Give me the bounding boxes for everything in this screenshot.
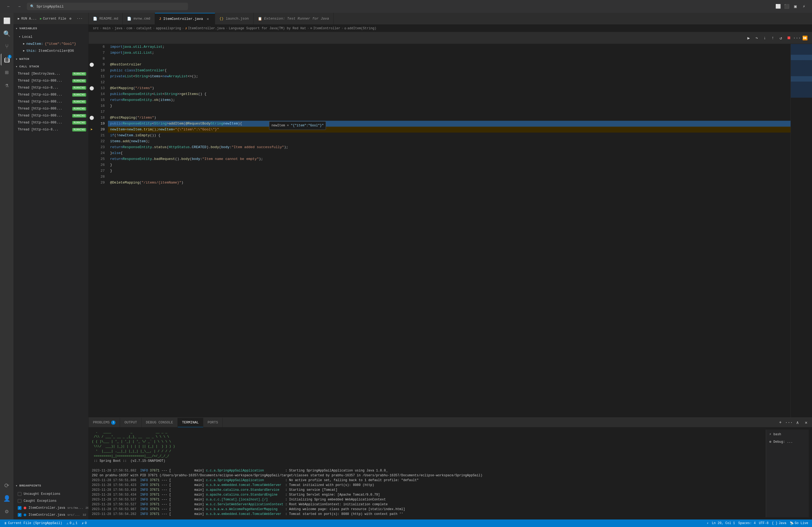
bc-com[interactable]: com	[127, 27, 132, 30]
thread-1-status: RUNNING	[72, 79, 86, 82]
term-line-5: 2023-11-28 17:56:53.433 INFO 37671 --- […	[92, 487, 766, 492]
status-debug[interactable]: ⏸ Current File (SpringAppSail)	[2, 520, 64, 527]
bc-class[interactable]: ItemController	[313, 27, 340, 30]
tab-ports[interactable]: PORTS	[203, 418, 222, 427]
tab-readme[interactable]: 📄 README.md	[89, 13, 123, 25]
tab-terminal[interactable]: TERMINAL	[178, 418, 203, 427]
thread-8[interactable]: Thread [http-nio-8... RUNNING	[13, 126, 88, 133]
bc-file[interactable]: ItemController.java	[188, 27, 225, 30]
search-bar[interactable]: 🔍 SpringAppSail	[27, 3, 188, 10]
breakpoints-header[interactable]: ▾ BREAKPOINTS	[13, 482, 88, 490]
thread-0[interactable]: Thread [DestroyJava... RUNNING	[13, 70, 88, 77]
extensions-icon[interactable]: ⊞	[1, 66, 13, 78]
sidebar-icon[interactable]: ▣	[792, 3, 799, 10]
term-line-10: 2023-11-28 17:56:54.282 INFO 37671 --- […	[92, 512, 766, 516]
bc-appsailspring[interactable]: appsailspring	[156, 27, 181, 30]
watch-chevron: ▾	[16, 57, 18, 61]
terminal-main[interactable]: . ____ _ __ _ _ /\\ / ___'_ __ _ _(_)_ _…	[92, 430, 766, 517]
back-button[interactable]: ←	[4, 2, 13, 11]
test-icon[interactable]: ⚗	[1, 79, 13, 91]
tab-launch-json[interactable]: {} launch.json	[215, 13, 253, 25]
bc-catalyst[interactable]: catalyst	[136, 27, 152, 30]
step-out-btn[interactable]: ↑	[769, 34, 777, 42]
bc-java[interactable]: java	[115, 27, 122, 30]
thread-1[interactable]: Thread [http-nio-808... RUNNING	[13, 77, 88, 84]
thread-9[interactable]: Thread [http-nio-808. RUNNING	[13, 133, 88, 135]
tab-ext-test-runner[interactable]: 📋 Extension: Test Runner for Java	[253, 13, 334, 25]
bp-uncaught[interactable]: Uncaught Exceptions	[13, 491, 88, 497]
step-over-btn[interactable]: ↷	[753, 34, 760, 42]
fast-forward-btn[interactable]: ⏩	[801, 34, 809, 42]
thread-3[interactable]: Thread [http-nio-808... RUNNING	[13, 91, 88, 98]
thread-6[interactable]: Thread [http-nio-808... RUNNING	[13, 112, 88, 119]
bp-item-controller-32[interactable]: ✓ ItemController.java src/... 32	[13, 511, 88, 518]
thread-5[interactable]: Thread [http-nio-808... RUNNING	[13, 105, 88, 112]
tab-mvnw[interactable]: 📄 mvnw.cmd	[123, 13, 155, 25]
bp-blue-dot	[24, 514, 26, 516]
bc-main[interactable]: main	[103, 27, 111, 30]
run-debug-button[interactable]: ▶ RUN A...	[16, 15, 39, 22]
debug-activity-icon[interactable]: 1	[1, 54, 13, 65]
bc-lang-support[interactable]: Language Support for Java(TM) by Red Hat	[229, 27, 306, 30]
status-encoding[interactable]: UTF-8	[757, 520, 770, 527]
play-icon: ▶	[40, 17, 42, 21]
remote-icon[interactable]: ⟳	[1, 480, 13, 492]
search-activity-icon[interactable]: 🔍	[1, 28, 13, 40]
var-this[interactable]: ▶ this: ItemController@36	[13, 47, 88, 54]
account-icon[interactable]: 👤	[1, 493, 13, 505]
bc-method[interactable]: addItem(String)	[347, 27, 376, 30]
bp-uncaught-checkbox[interactable]	[18, 492, 21, 496]
tab-debug-console[interactable]: DEBUG CONSOLE	[142, 418, 177, 427]
status-warnings[interactable]: ⚠ 0 △ 1	[65, 520, 79, 527]
activity-icon[interactable]: ⚡	[800, 3, 808, 10]
term-line-9: 2023-11-28 17:56:53.987 INFO 37671 --- […	[92, 507, 766, 512]
tab-output[interactable]: OUTPUT	[120, 418, 142, 427]
collapse-panel-btn[interactable]: ∧	[794, 419, 801, 426]
settings-debug-btn[interactable]: ⚙	[68, 15, 74, 22]
continue-btn[interactable]: ▶	[745, 34, 752, 42]
tab-item-controller[interactable]: J ItemController.java ✕	[155, 13, 215, 25]
thread-7[interactable]: Thread [http-nio-808... RUNNING	[13, 119, 88, 126]
call-stack-header[interactable]: ▾ CALL STACK	[13, 63, 88, 70]
terminal-debug[interactable]: ⚙ Debug: ...	[766, 438, 809, 446]
variables-header[interactable]: ▾ VARIABLES	[13, 25, 88, 32]
more-debug-btn[interactable]: ···	[75, 15, 85, 22]
step-into-btn[interactable]: ↓	[761, 34, 768, 42]
bc-src[interactable]: src	[93, 27, 99, 30]
bp-item-controller-20[interactable]: ✓ ItemController.java src/ma... 20	[13, 505, 88, 511]
close-panel-btn[interactable]: ✕	[802, 419, 810, 426]
bp-item-controller-20-checkbox[interactable]: ✓	[18, 506, 21, 510]
status-go-live[interactable]: 📡 Go Live	[788, 520, 810, 527]
layout-icon[interactable]: ⬜	[774, 3, 782, 10]
thread-4[interactable]: Thread [http-nio-808... RUNNING	[13, 98, 88, 105]
more-panel-btn[interactable]: ···	[785, 419, 793, 426]
settings-icon[interactable]: ⚙	[1, 506, 13, 517]
var-newitem[interactable]: ▶ newItem: {"item":"Gool"}	[13, 40, 88, 47]
code-content[interactable]: import java.util.ArrayList; import java.…	[108, 44, 791, 418]
local-scope[interactable]: ▾ Local	[13, 33, 88, 40]
restart-btn[interactable]: ↺	[777, 34, 785, 42]
tab-problems[interactable]: PROBLEMS 1	[89, 418, 120, 427]
item-controller-close[interactable]: ✕	[205, 16, 211, 22]
bp-caught-checkbox[interactable]	[18, 499, 21, 503]
bp-item-controller-32-checkbox[interactable]: ✓	[18, 513, 21, 517]
source-control-icon[interactable]: ⑂	[1, 41, 13, 52]
local-label: Local	[22, 35, 32, 39]
status-line-col[interactable]: Ln 20, Col 1	[710, 520, 737, 527]
thread-2[interactable]: Thread [http-nio-8... RUNNING	[13, 84, 88, 91]
forward-button[interactable]: →	[15, 2, 24, 11]
status-live[interactable]: ⚡	[705, 520, 710, 527]
status-spaces[interactable]: Spaces: 4	[737, 520, 757, 527]
watch-header[interactable]: ▾ WATCH	[13, 55, 88, 63]
status-lang[interactable]: { } Java	[770, 520, 788, 527]
status-errors[interactable]: ✗ 0	[80, 520, 88, 527]
terminal-bash[interactable]: ⚡ bash	[766, 431, 809, 438]
code-area[interactable]: ⚪ ⚪ ⚪ ➤	[89, 44, 812, 418]
gutter-6	[89, 44, 95, 50]
explorer-icon[interactable]: ⬜	[1, 15, 13, 27]
add-terminal-btn[interactable]: +	[777, 419, 784, 426]
stop-btn[interactable]: ⏹	[785, 34, 793, 42]
more-controls-btn[interactable]: ···	[793, 34, 801, 42]
bp-caught[interactable]: Caught Exceptions	[13, 497, 88, 505]
panel-icon[interactable]: ⬛	[783, 3, 791, 10]
